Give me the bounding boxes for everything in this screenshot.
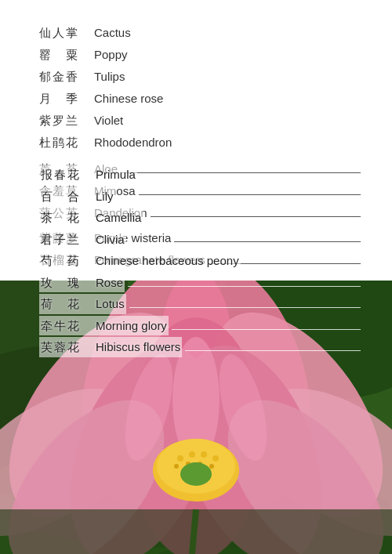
chinese-name: 郁金香: [39, 67, 94, 86]
chinese-name: 百 合: [39, 186, 94, 207]
overlay-section: 报春花Primula百 合Lily茶 花Camellia君子兰Clivia芍 药…: [0, 165, 392, 554]
chinese-name: 芍 药: [39, 251, 94, 271]
flower-item: 君子兰Clivia: [39, 230, 361, 250]
flower-item: 郁金香Tulips: [39, 67, 361, 86]
english-name: Rhododendron: [94, 133, 172, 152]
flowers-top-list: 仙人掌Cactus罂 粟Poppy郁金香Tulips月 季Chinese ros…: [39, 24, 361, 152]
english-name: Clivia: [94, 230, 126, 250]
english-name: Primula: [94, 165, 137, 185]
english-name: Camellia: [94, 208, 143, 228]
english-name: Hibiscus flowers: [94, 337, 182, 357]
flower-item: 罂 粟Poppy: [39, 45, 361, 64]
flower-item: 芙蓉花Hibiscus flowers: [39, 337, 361, 357]
flower-item: 紫罗兰Violet: [39, 111, 361, 130]
english-name: Violet: [94, 111, 123, 130]
chinese-name: 报春花: [39, 165, 94, 185]
english-name: Lotus: [94, 294, 126, 314]
chinese-name: 罂 粟: [39, 45, 94, 64]
chinese-name: 荷 花: [39, 294, 94, 314]
chinese-name: 茶 花: [39, 208, 94, 228]
flower-item: 玫 瑰Rose: [39, 273, 361, 293]
chinese-name: 紫罗兰: [39, 111, 94, 130]
flower-item: 荷 花Lotus: [39, 294, 361, 314]
flower-item: 茶 花Camellia: [39, 208, 361, 228]
english-name: Lily: [94, 186, 115, 207]
chinese-name: 杜鹃花: [39, 133, 94, 152]
flower-item: 牵牛花Morning glory: [39, 316, 361, 336]
flowers-overlay-list: 报春花Primula百 合Lily茶 花Camellia君子兰Clivia芍 药…: [39, 165, 361, 357]
flower-item: 百 合Lily: [39, 186, 361, 207]
english-name: Tulips: [94, 67, 125, 86]
chinese-name: 牵牛花: [39, 316, 94, 336]
english-name: Morning glory: [94, 316, 169, 336]
english-name: Cactus: [94, 24, 131, 42]
flower-item: 月 季Chinese rose: [39, 89, 361, 108]
chinese-name: 仙人掌: [39, 24, 94, 42]
chinese-name: 君子兰: [39, 230, 94, 250]
chinese-name: 芙蓉花: [39, 337, 94, 357]
english-name: Chinese herbaceous peony: [94, 251, 241, 271]
flower-item: 报春花Primula: [39, 165, 361, 185]
english-name: Poppy: [94, 45, 128, 64]
chinese-name: 玫 瑰: [39, 273, 94, 293]
flower-item: 杜鹃花Rhododendron: [39, 133, 361, 152]
english-name: Rose: [94, 273, 125, 293]
flower-item: 芍 药Chinese herbaceous peony: [39, 251, 361, 271]
flower-item: 仙人掌Cactus: [39, 24, 361, 42]
chinese-name: 月 季: [39, 89, 94, 108]
english-name: Chinese rose: [94, 89, 163, 108]
